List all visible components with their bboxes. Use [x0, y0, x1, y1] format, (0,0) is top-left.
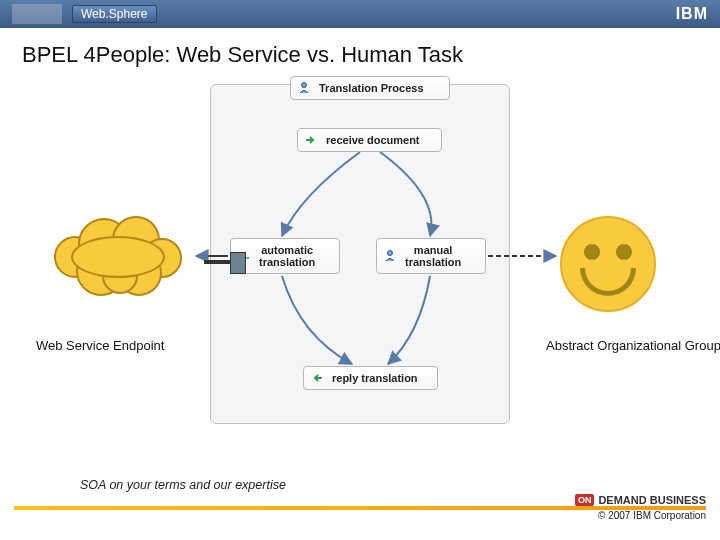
websphere-brand: Web.Sphere — [72, 5, 157, 23]
ibm-logo-text: IBM — [676, 5, 708, 22]
svg-point-0 — [302, 83, 307, 88]
org-group-label: Abstract Organizational Group — [546, 338, 720, 353]
person-icon — [296, 80, 312, 96]
brand-label: Web.Sphere — [81, 7, 148, 21]
page-title: BPEL 4People: Web Service vs. Human Task — [0, 28, 720, 76]
reply-icon — [309, 370, 325, 386]
receive-icon — [303, 132, 319, 148]
manual-node: manual translation — [376, 238, 486, 274]
on-demand-text: DEMAND BUSINESS — [598, 494, 706, 506]
reply-node: reply translation — [303, 366, 438, 390]
automatic-label: automatic translation — [259, 244, 315, 268]
on-demand-badge: ON DEMAND BUSINESS — [575, 494, 706, 506]
cloud-icon — [54, 216, 182, 294]
footer-tagline: SOA on your terms and our expertise — [74, 478, 292, 492]
receive-label: receive document — [326, 134, 420, 146]
smiley-icon — [560, 216, 656, 312]
automatic-node: automatic translation — [230, 238, 340, 274]
web-service-endpoint-label: Web Service Endpoint — [36, 338, 164, 353]
reply-label: reply translation — [332, 372, 418, 384]
svg-point-1 — [388, 251, 393, 256]
port-icon — [204, 260, 244, 264]
org-group-smiley — [560, 216, 656, 312]
copyright: © 2007 IBM Corporation — [0, 510, 720, 521]
ibm-logo: IBM — [676, 5, 708, 23]
process-title-node: Translation Process — [290, 76, 450, 100]
process-title-label: Translation Process — [319, 82, 424, 94]
manual-label: manual translation — [405, 244, 461, 268]
human-task-icon — [382, 248, 398, 264]
web-service-cloud — [54, 216, 182, 294]
receive-node: receive document — [297, 128, 442, 152]
header-bar: Web.Sphere IBM — [0, 0, 720, 28]
diagram-canvas: Translation Process receive document aut… — [0, 76, 720, 476]
on-box: ON — [575, 494, 595, 506]
footer: SOA on your terms and our expertise ON D… — [0, 488, 720, 540]
hex-decoration — [12, 4, 62, 24]
